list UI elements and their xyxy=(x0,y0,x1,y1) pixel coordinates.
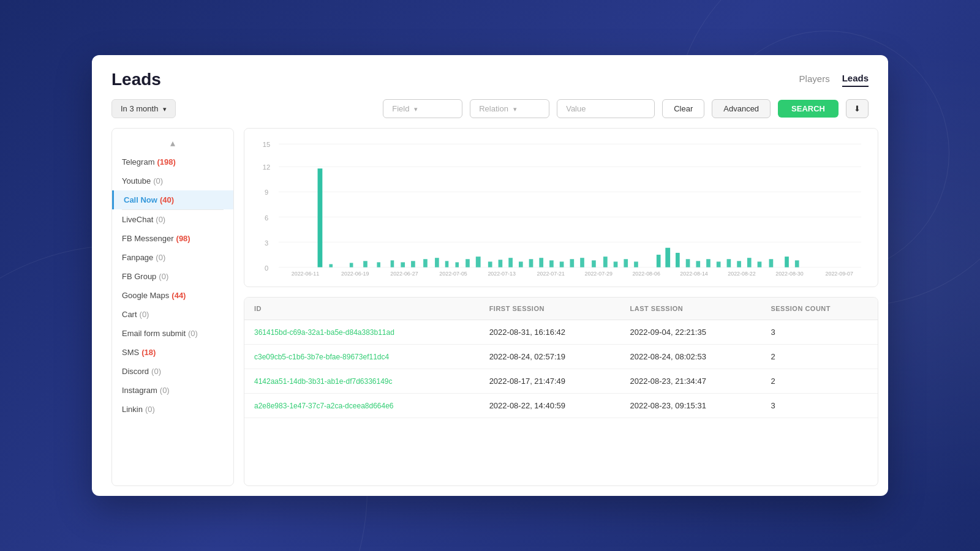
svg-marker-14 xyxy=(350,263,353,267)
svg-text:2022-06-11: 2022-06-11 xyxy=(292,271,320,277)
sidebar-item-livechat[interactable]: LiveChat (0) xyxy=(112,210,233,229)
svg-marker-50 xyxy=(747,258,752,267)
sidebar: ▴ Telegram (198) Youtube (0) Call Now (4… xyxy=(111,128,234,486)
svg-text:12: 12 xyxy=(263,164,270,171)
sidebar-item-cart[interactable]: Cart (0) xyxy=(112,305,233,324)
sidebar-item-linkin[interactable]: Linkin (0) xyxy=(112,400,233,419)
period-dropdown[interactable]: In 3 month xyxy=(111,99,176,118)
svg-text:2022-08-06: 2022-08-06 xyxy=(632,271,660,277)
svg-marker-40 xyxy=(634,261,638,267)
svg-marker-21 xyxy=(435,258,439,267)
sidebar-item-googlemaps[interactable]: Google Maps (44) xyxy=(112,286,233,305)
svg-marker-24 xyxy=(466,259,470,267)
svg-marker-28 xyxy=(508,258,513,267)
card-header: Leads Players Leads xyxy=(92,55,888,89)
svg-text:2022-08-22: 2022-08-22 xyxy=(728,271,756,277)
field-select[interactable]: Field xyxy=(383,99,462,118)
svg-marker-33 xyxy=(560,261,564,267)
sidebar-item-telegram[interactable]: Telegram (198) xyxy=(112,152,233,171)
svg-marker-19 xyxy=(411,261,415,267)
search-button[interactable]: SEARCH xyxy=(778,100,839,118)
cell-session-count: 3 xyxy=(761,320,878,345)
cell-last-session: 2022-08-24, 08:02:53 xyxy=(620,345,761,369)
tab-players[interactable]: Players xyxy=(799,73,830,86)
svg-marker-20 xyxy=(423,259,428,267)
svg-text:6: 6 xyxy=(265,214,268,222)
content-area: ▴ Telegram (198) Youtube (0) Call Now (4… xyxy=(92,128,888,496)
table-container: ID FIRST SESSION LAST SESSION SESSION CO… xyxy=(244,297,878,486)
svg-marker-46 xyxy=(706,259,710,267)
svg-text:2022-08-14: 2022-08-14 xyxy=(680,271,708,277)
svg-marker-17 xyxy=(391,260,394,267)
table-header-row: ID FIRST SESSION LAST SESSION SESSION CO… xyxy=(244,298,878,320)
svg-marker-48 xyxy=(727,259,731,267)
svg-marker-16 xyxy=(377,262,380,267)
tab-leads[interactable]: Leads xyxy=(842,73,869,87)
svg-marker-35 xyxy=(580,258,584,267)
sidebar-item-youtube[interactable]: Youtube (0) xyxy=(112,171,233,190)
cell-id[interactable]: 361415bd-c69a-32a1-ba5e-d84a383b11ad xyxy=(244,320,480,345)
table-row: c3e09cb5-c1b6-3b7e-bfae-89673ef11dc4 202… xyxy=(244,345,878,369)
cell-first-session: 2022-08-24, 02:57:19 xyxy=(480,345,620,369)
sidebar-item-emailform[interactable]: Email form submit (0) xyxy=(112,324,233,343)
svg-text:2022-07-05: 2022-07-05 xyxy=(439,271,467,277)
download-button[interactable]: ⬇ xyxy=(846,99,869,118)
cell-session-count: 2 xyxy=(761,369,878,394)
col-session-count: SESSION COUNT xyxy=(761,298,878,320)
page-title: Leads xyxy=(111,70,161,89)
sidebar-item-fanpage[interactable]: Fanpage (0) xyxy=(112,248,233,267)
svg-marker-22 xyxy=(445,261,449,267)
svg-marker-31 xyxy=(539,258,543,267)
header-tabs: Players Leads xyxy=(799,73,869,87)
cell-last-session: 2022-08-23, 21:34:47 xyxy=(620,369,761,394)
cell-id[interactable]: c3e09cb5-c1b6-3b7e-bfae-89673ef11dc4 xyxy=(244,345,480,369)
sidebar-item-instagram[interactable]: Instagram (0) xyxy=(112,381,233,400)
relation-select[interactable]: Relation xyxy=(470,99,549,118)
svg-text:2022-07-13: 2022-07-13 xyxy=(488,271,516,277)
advanced-button[interactable]: Advanced xyxy=(712,99,771,118)
period-label: In 3 month xyxy=(121,104,158,113)
value-placeholder: Value xyxy=(566,104,586,113)
cell-session-count: 2 xyxy=(761,345,878,369)
svg-marker-53 xyxy=(785,257,789,267)
cell-session-count: 3 xyxy=(761,394,878,418)
sidebar-item-sms[interactable]: SMS (18) xyxy=(112,343,233,362)
col-first-session: FIRST SESSION xyxy=(480,298,620,320)
svg-text:2022-07-29: 2022-07-29 xyxy=(585,271,613,277)
table-row: 4142aa51-14db-3b31-ab1e-df7d6336149c 202… xyxy=(244,369,878,394)
svg-text:2022-06-19: 2022-06-19 xyxy=(341,271,369,277)
sidebar-item-discord[interactable]: Discord (0) xyxy=(112,362,233,381)
svg-text:2022-09-07: 2022-09-07 xyxy=(826,271,854,277)
period-chevron xyxy=(163,104,167,113)
main-content: 0 3 6 9 12 15 xyxy=(244,128,878,486)
relation-placeholder: Relation xyxy=(479,104,508,113)
cell-id[interactable]: a2e8e983-1e47-37c7-a2ca-dceea8d664e6 xyxy=(244,394,480,418)
sidebar-item-fbmessenger[interactable]: FB Messenger (98) xyxy=(112,229,233,248)
cell-last-session: 2022-08-23, 09:15:31 xyxy=(620,394,761,418)
clear-button[interactable]: Clear xyxy=(662,99,704,118)
svg-marker-36 xyxy=(592,260,596,267)
svg-marker-45 xyxy=(696,261,700,267)
svg-marker-54 xyxy=(795,260,799,267)
svg-marker-37 xyxy=(603,257,608,267)
sidebar-item-fbgroup[interactable]: FB Group (0) xyxy=(112,267,233,286)
svg-text:0: 0 xyxy=(265,264,268,272)
table-row: 361415bd-c69a-32a1-ba5e-d84a383b11ad 202… xyxy=(244,320,878,345)
leads-table: ID FIRST SESSION LAST SESSION SESSION CO… xyxy=(244,298,878,418)
relation-chevron xyxy=(513,104,517,113)
svg-text:2022-07-21: 2022-07-21 xyxy=(537,271,565,277)
svg-marker-27 xyxy=(499,260,503,267)
filter-bar: In 3 month Field Relation Value Clear Ad… xyxy=(92,89,888,128)
main-card: Leads Players Leads In 3 month Field Rel… xyxy=(92,55,888,496)
svg-marker-44 xyxy=(686,259,690,267)
sidebar-item-callnow[interactable]: Call Now (40) xyxy=(112,190,233,209)
sidebar-collapse-button[interactable]: ▴ xyxy=(112,133,233,152)
col-id: ID xyxy=(244,298,480,320)
value-input[interactable]: Value xyxy=(557,99,655,118)
svg-text:9: 9 xyxy=(265,189,268,197)
svg-marker-32 xyxy=(549,260,554,267)
svg-text:3: 3 xyxy=(265,239,268,247)
cell-id[interactable]: 4142aa51-14db-3b31-ab1e-df7d6336149c xyxy=(244,369,480,394)
svg-marker-29 xyxy=(519,261,523,267)
svg-text:2022-06-27: 2022-06-27 xyxy=(390,271,418,277)
